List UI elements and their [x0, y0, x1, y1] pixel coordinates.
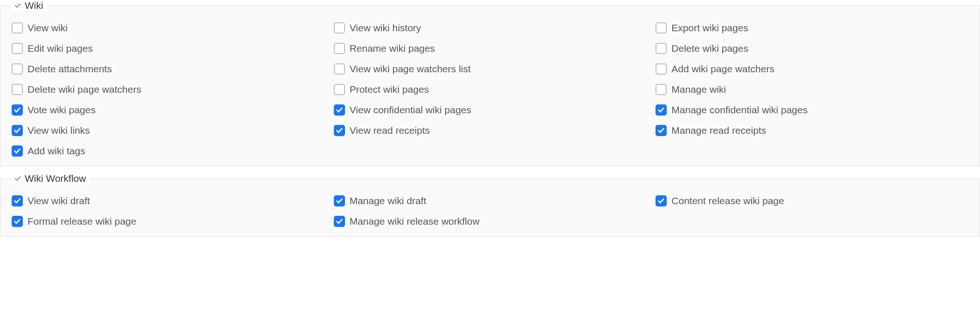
permission-label: Delete wiki page watchers — [28, 84, 141, 95]
permission-add-wiki-tags[interactable]: Add wiki tags — [12, 145, 324, 157]
permission-manage-wiki-release-workflow[interactable]: Manage wiki release workflow — [334, 216, 647, 227]
permission-label: View read receipts — [350, 125, 430, 136]
checkbox-manage-wiki[interactable] — [656, 84, 667, 95]
permission-label: Protect wiki pages — [350, 84, 429, 95]
checkbox-manage-read-receipts[interactable] — [656, 125, 667, 136]
checkbox-view-read-receipts[interactable] — [334, 125, 345, 136]
permission-label: Add wiki page watchers — [671, 63, 774, 75]
permission-delete-wiki-page-watchers[interactable]: Delete wiki page watchers — [12, 84, 324, 95]
checkbox-view-wiki[interactable] — [12, 22, 23, 34]
checkbox-view-confidential-wiki-pages[interactable] — [334, 104, 345, 116]
checkbox-content-release-wiki-page[interactable] — [656, 195, 667, 206]
section-toggle-wiki-workflow[interactable]: Wiki Workflow — [12, 173, 90, 184]
permission-delete-wiki-pages[interactable]: Delete wiki pages — [656, 43, 968, 54]
checkbox-delete-wiki-pages[interactable] — [656, 43, 667, 54]
section-title: Wiki — [25, 0, 43, 11]
permission-vote-wiki-pages[interactable]: Vote wiki pages — [12, 104, 324, 116]
permission-label: Manage confidential wiki pages — [671, 104, 807, 116]
permission-label: Manage wiki release workflow — [350, 216, 480, 227]
permission-delete-attachments[interactable]: Delete attachments — [12, 63, 324, 75]
permission-label: Manage read receipts — [671, 125, 766, 136]
permission-view-wiki-links[interactable]: View wiki links — [12, 125, 324, 136]
section-toggle-wiki[interactable]: Wiki — [12, 0, 47, 11]
permission-label: View wiki history — [350, 22, 421, 34]
permission-label: Delete wiki pages — [671, 43, 748, 54]
permission-label: Add wiki tags — [28, 145, 85, 157]
permission-label: Content release wiki page — [671, 195, 784, 206]
checkbox-protect-wiki-pages[interactable] — [334, 84, 345, 95]
permission-label: Manage wiki — [671, 84, 726, 95]
checkbox-manage-wiki-release-workflow[interactable] — [334, 216, 345, 227]
checkbox-manage-confidential-wiki-pages[interactable] — [656, 104, 667, 116]
checkbox-view-wiki-history[interactable] — [334, 22, 345, 34]
permission-manage-wiki-draft[interactable]: Manage wiki draft — [334, 195, 647, 206]
permission-label: Manage wiki draft — [350, 195, 427, 206]
permission-protect-wiki-pages[interactable]: Protect wiki pages — [334, 84, 647, 95]
permission-view-wiki[interactable]: View wiki — [12, 22, 324, 34]
section-wiki-workflow: Wiki WorkflowView wiki draftManage wiki … — [0, 173, 980, 237]
permission-export-wiki-pages[interactable]: Export wiki pages — [656, 22, 968, 34]
checkbox-add-wiki-page-watchers[interactable] — [656, 63, 667, 75]
checkbox-edit-wiki-pages[interactable] — [12, 43, 23, 54]
permission-label: Export wiki pages — [671, 22, 748, 34]
permission-content-release-wiki-page[interactable]: Content release wiki page — [656, 195, 968, 206]
checkbox-add-wiki-tags[interactable] — [12, 145, 23, 157]
permission-view-wiki-history[interactable]: View wiki history — [334, 22, 647, 34]
checkbox-delete-wiki-page-watchers[interactable] — [12, 84, 23, 95]
checkbox-vote-wiki-pages[interactable] — [12, 104, 23, 116]
permission-grid: View wikiView wiki historyExport wiki pa… — [12, 22, 968, 157]
permission-add-wiki-page-watchers[interactable]: Add wiki page watchers — [656, 63, 968, 75]
checkbox-view-wiki-page-watchers-list[interactable] — [334, 63, 345, 75]
checkbox-export-wiki-pages[interactable] — [656, 22, 667, 34]
permission-label: View wiki links — [28, 125, 90, 136]
permission-label: View wiki — [28, 22, 68, 34]
permission-label: Edit wiki pages — [28, 43, 93, 54]
section-title: Wiki Workflow — [25, 173, 86, 184]
permission-view-read-receipts[interactable]: View read receipts — [334, 125, 647, 136]
permission-label: View confidential wiki pages — [350, 104, 471, 116]
permission-label: Rename wiki pages — [350, 43, 435, 54]
checkbox-manage-wiki-draft[interactable] — [334, 195, 345, 206]
permission-manage-read-receipts[interactable]: Manage read receipts — [656, 125, 968, 136]
permission-manage-wiki[interactable]: Manage wiki — [656, 84, 968, 95]
checkbox-view-wiki-links[interactable] — [12, 125, 23, 136]
section-wiki: WikiView wikiView wiki historyExport wik… — [0, 0, 980, 166]
permission-edit-wiki-pages[interactable]: Edit wiki pages — [12, 43, 324, 54]
permission-label: View wiki draft — [28, 195, 90, 206]
permission-view-wiki-draft[interactable]: View wiki draft — [12, 195, 324, 206]
checkbox-rename-wiki-pages[interactable] — [334, 43, 345, 54]
checkbox-delete-attachments[interactable] — [12, 63, 23, 75]
permission-label: Delete attachments — [28, 63, 112, 75]
permission-grid: View wiki draftManage wiki draftContent … — [12, 195, 968, 227]
check-icon — [14, 2, 22, 9]
permission-label: Formal release wiki page — [28, 216, 136, 227]
permission-label: View wiki page watchers list — [350, 63, 471, 75]
checkbox-view-wiki-draft[interactable] — [12, 195, 23, 206]
permission-formal-release-wiki-page[interactable]: Formal release wiki page — [12, 216, 324, 227]
permission-view-wiki-page-watchers-list[interactable]: View wiki page watchers list — [334, 63, 647, 75]
permission-view-confidential-wiki-pages[interactable]: View confidential wiki pages — [334, 104, 647, 116]
permission-manage-confidential-wiki-pages[interactable]: Manage confidential wiki pages — [656, 104, 968, 116]
permission-label: Vote wiki pages — [28, 104, 96, 116]
permission-rename-wiki-pages[interactable]: Rename wiki pages — [334, 43, 647, 54]
check-icon — [14, 175, 22, 182]
checkbox-formal-release-wiki-page[interactable] — [12, 216, 23, 227]
